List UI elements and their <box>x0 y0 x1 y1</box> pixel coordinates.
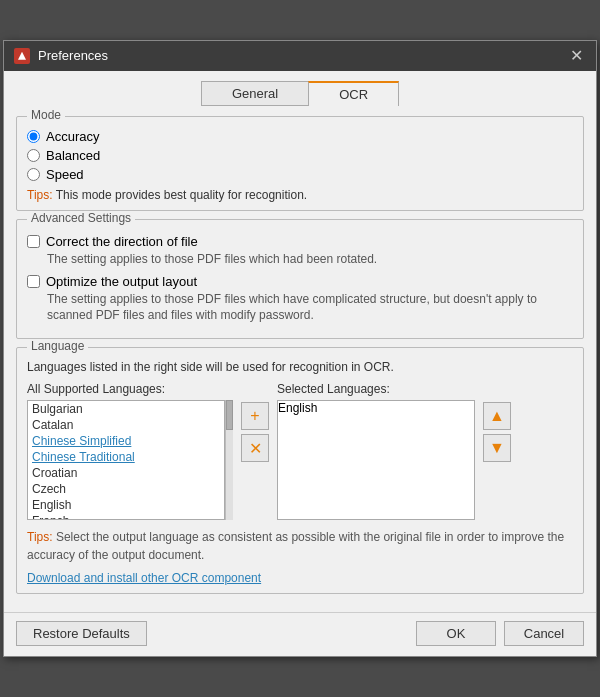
preferences-dialog: Preferences ✕ General OCR Mode Accuracy … <box>3 40 597 657</box>
advanced-section-label: Advanced Settings <box>27 211 135 225</box>
mode-radio-group: Accuracy Balanced Speed <box>27 129 573 182</box>
mode-tip-label: Tips: <box>27 188 53 202</box>
language-section-label: Language <box>27 339 88 353</box>
remove-language-button[interactable]: ✕ <box>241 434 269 462</box>
selected-languages-label: Selected Languages: <box>277 382 475 396</box>
correct-direction-checkbox[interactable] <box>27 235 40 248</box>
list-item[interactable]: Catalan <box>28 417 224 433</box>
titlebar: Preferences ✕ <box>4 41 596 71</box>
mode-balanced-label: Balanced <box>46 148 100 163</box>
add-remove-buttons: + ✕ <box>241 402 269 462</box>
list-item[interactable]: Bulgarian <box>28 401 224 417</box>
optimize-layout-label: Optimize the output layout <box>46 274 197 289</box>
language-tips: Tips: Select the output language as cons… <box>27 528 573 564</box>
all-languages-listbox[interactable]: Bulgarian Catalan Chinese Simplified Chi… <box>27 400 225 520</box>
selected-languages-col: Selected Languages: English <box>277 382 475 520</box>
list-item[interactable]: English <box>28 497 224 513</box>
dialog-title: Preferences <box>38 48 108 63</box>
mode-tip-text: This mode provides best quality for reco… <box>53 188 308 202</box>
list-item[interactable]: Czech <box>28 481 224 497</box>
footer-right-buttons: OK Cancel <box>416 621 584 646</box>
mode-balanced[interactable]: Balanced <box>27 148 573 163</box>
list-item[interactable]: French <box>28 513 224 520</box>
install-ocr-link[interactable]: Download and install other OCR component <box>27 571 261 585</box>
language-desc: Languages listed in the right side will … <box>27 360 573 374</box>
tab-ocr[interactable]: OCR <box>308 81 399 106</box>
mode-tip: Tips: This mode provides best quality fo… <box>27 188 573 202</box>
list-item[interactable]: Chinese Simplified <box>28 433 224 449</box>
list-item[interactable]: Croatian <box>28 465 224 481</box>
all-languages-listbox-wrapper: Bulgarian Catalan Chinese Simplified Chi… <box>27 400 233 520</box>
advanced-items: Correct the direction of file The settin… <box>27 234 573 324</box>
optimize-layout-item[interactable]: Optimize the output layout <box>27 274 573 289</box>
footer: Restore Defaults OK Cancel <box>4 612 596 656</box>
mode-accuracy-label: Accuracy <box>46 129 99 144</box>
language-section: Language Languages listed in the right s… <box>16 347 584 594</box>
up-down-buttons: ▲ ▼ <box>483 402 511 462</box>
mode-speed-radio[interactable] <box>27 168 40 181</box>
add-language-button[interactable]: + <box>241 402 269 430</box>
language-tip-text: Select the output language as consistent… <box>27 530 564 562</box>
optimize-layout-checkbox[interactable] <box>27 275 40 288</box>
close-button[interactable]: ✕ <box>566 46 586 66</box>
mode-accuracy[interactable]: Accuracy <box>27 129 573 144</box>
mode-speed[interactable]: Speed <box>27 167 573 182</box>
tab-bar: General OCR <box>16 81 584 106</box>
main-content: General OCR Mode Accuracy Balanced Speed <box>4 71 596 612</box>
selected-languages-listbox[interactable]: English <box>277 400 475 520</box>
correct-direction-item[interactable]: Correct the direction of file <box>27 234 573 249</box>
advanced-section: Advanced Settings Correct the direction … <box>16 219 584 339</box>
mode-section: Mode Accuracy Balanced Speed Tips: This … <box>16 116 584 211</box>
list-item[interactable]: Chinese Traditional <box>28 449 224 465</box>
correct-direction-desc: The setting applies to those PDF files w… <box>47 251 573 268</box>
selected-list-item[interactable]: English <box>278 401 474 415</box>
correct-direction-label: Correct the direction of file <box>46 234 198 249</box>
optimize-layout-desc: The setting applies to those PDF files w… <box>47 291 573 325</box>
mode-balanced-radio[interactable] <box>27 149 40 162</box>
language-tip-label: Tips: <box>27 530 53 544</box>
ok-button[interactable]: OK <box>416 621 496 646</box>
tab-general[interactable]: General <box>201 81 308 106</box>
language-columns: All Supported Languages: Bulgarian Catal… <box>27 382 573 520</box>
titlebar-left: Preferences <box>14 48 108 64</box>
move-down-button[interactable]: ▼ <box>483 434 511 462</box>
all-languages-label: All Supported Languages: <box>27 382 233 396</box>
app-icon <box>14 48 30 64</box>
mode-accuracy-radio[interactable] <box>27 130 40 143</box>
mode-section-label: Mode <box>27 108 65 122</box>
scrollbar-thumb[interactable] <box>226 400 233 430</box>
restore-defaults-button[interactable]: Restore Defaults <box>16 621 147 646</box>
move-up-button[interactable]: ▲ <box>483 402 511 430</box>
selected-languages-wrapper: English <box>277 400 475 520</box>
all-languages-scrollbar[interactable] <box>225 400 233 520</box>
all-languages-col: All Supported Languages: Bulgarian Catal… <box>27 382 233 520</box>
mode-speed-label: Speed <box>46 167 84 182</box>
cancel-button[interactable]: Cancel <box>504 621 584 646</box>
